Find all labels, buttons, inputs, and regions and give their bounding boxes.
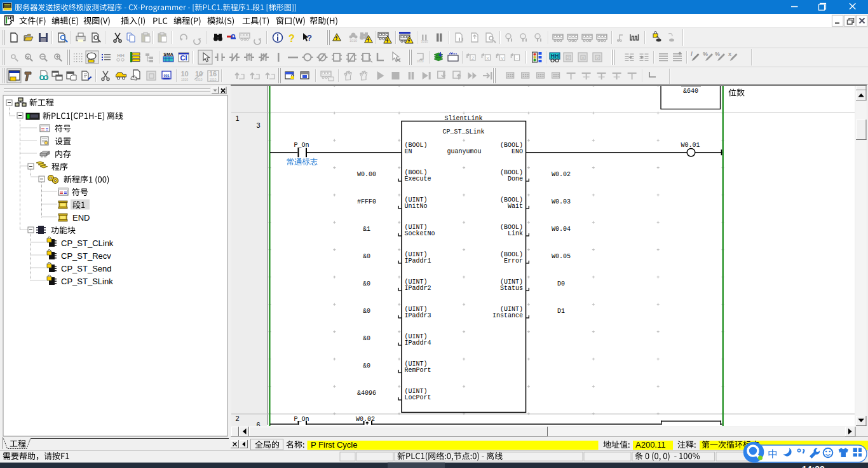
svg-text:v: v <box>597 55 599 60</box>
svg-text:1010: 1010 <box>421 39 428 43</box>
svg-text:1010: 1010 <box>209 78 216 81</box>
svg-text:IPaddr4: IPaddr4 <box>405 339 431 347</box>
svg-text:&0: &0 <box>363 334 370 342</box>
svg-text:CP_ST_Recv: CP_ST_Recv <box>61 251 111 261</box>
svg-text:x: x <box>728 51 731 57</box>
svg-text:&0: &0 <box>363 252 370 260</box>
svg-text:-: - <box>516 55 518 61</box>
svg-text:&0: &0 <box>363 307 370 315</box>
svg-text:14:39: 14:39 <box>802 464 825 468</box>
svg-text:CP_ST_Send: CP_ST_Send <box>61 264 112 273</box>
svg-text:IPaddr1: IPaddr1 <box>405 257 431 265</box>
svg-text:2: 2 <box>567 55 570 60</box>
svg-text:Instance: Instance <box>492 312 523 319</box>
svg-text:1: 1 <box>236 114 240 122</box>
svg-text:SlientLink: SlientLink <box>445 114 483 122</box>
svg-text:A200.11: A200.11 <box>635 440 665 450</box>
svg-text:P_On: P_On <box>294 415 309 423</box>
svg-text:&0: &0 <box>363 362 370 369</box>
svg-text:W0.00: W0.00 <box>357 170 376 178</box>
svg-text:&1: &1 <box>363 225 370 233</box>
svg-text:%: % <box>715 51 720 57</box>
svg-text:1010: 1010 <box>416 59 423 63</box>
svg-text:W0.01: W0.01 <box>681 141 700 149</box>
svg-text:P First Cycle: P First Cycle <box>311 440 357 450</box>
svg-text:CI: CI <box>180 54 187 62</box>
svg-text:10: 10 <box>180 70 188 78</box>
svg-text:CP_ST_CLink: CP_ST_CLink <box>61 238 114 248</box>
svg-text:#FFF0: #FFF0 <box>357 198 376 205</box>
svg-text:HH: HH <box>551 53 559 59</box>
svg-text:UnitNo: UnitNo <box>405 202 428 210</box>
svg-text:?: ? <box>307 33 312 43</box>
svg-text:IPaddr2: IPaddr2 <box>405 284 431 292</box>
svg-text:2: 2 <box>471 55 475 61</box>
svg-text:W0.02: W0.02 <box>552 170 571 178</box>
svg-text:1010: 1010 <box>349 39 357 43</box>
svg-text:W0.04: W0.04 <box>552 225 571 233</box>
svg-text:D0: D0 <box>557 280 565 287</box>
svg-text:Wait: Wait <box>508 202 523 210</box>
svg-text:&4096: &4096 <box>357 389 376 397</box>
svg-text:&0: &0 <box>363 280 370 287</box>
svg-text:Status: Status <box>500 284 523 292</box>
svg-text:CP_ST_SLink: CP_ST_SLink <box>443 128 485 135</box>
svg-text:W0.02: W0.02 <box>356 415 375 423</box>
svg-text:001: 001 <box>163 74 169 78</box>
svg-text:16: 16 <box>209 70 217 78</box>
svg-text:IPaddr3: IPaddr3 <box>405 312 431 319</box>
svg-text:x: x <box>582 55 585 60</box>
svg-text:D1: D1 <box>557 307 565 315</box>
svg-text:%: % <box>703 51 708 57</box>
svg-text:HH: HH <box>117 53 125 59</box>
svg-text:Link: Link <box>508 230 523 237</box>
svg-text:END: END <box>72 213 90 223</box>
svg-text:SocketNo: SocketNo <box>405 230 435 237</box>
svg-text:v: v <box>501 55 504 61</box>
svg-text:Error: Error <box>504 257 523 265</box>
svg-text:x: x <box>487 55 489 61</box>
svg-text:?: ? <box>288 33 295 44</box>
svg-text:&640: &640 <box>683 87 698 95</box>
svg-text:P_On: P_On <box>294 141 309 149</box>
svg-text:guanyumou: guanyumou <box>447 148 482 155</box>
svg-text:SMA: SMA <box>163 52 173 57</box>
svg-text:W0.03: W0.03 <box>552 198 571 205</box>
svg-text:RemPort: RemPort <box>405 366 431 374</box>
svg-text:1010: 1010 <box>181 78 188 81</box>
svg-text:CP_ST_SLink: CP_ST_SLink <box>61 277 113 286</box>
svg-text:EN: EN <box>405 148 412 155</box>
svg-text:2: 2 <box>236 415 240 422</box>
svg-text:Execute: Execute <box>405 175 431 182</box>
svg-text:3: 3 <box>257 121 261 129</box>
svg-text:Done: Done <box>508 175 523 182</box>
svg-text:LocPort: LocPort <box>405 394 431 401</box>
svg-text:ENO: ENO <box>512 148 523 155</box>
svg-text:W0.05: W0.05 <box>552 252 571 260</box>
